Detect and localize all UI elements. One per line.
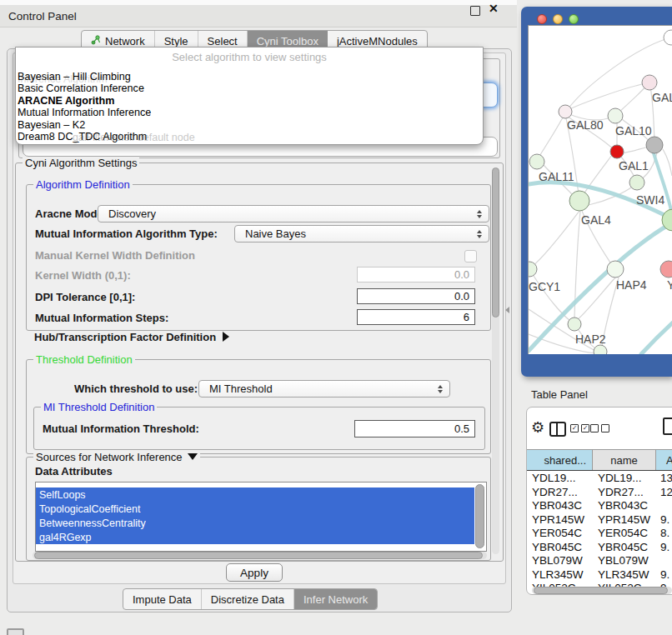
network-node-gray-node[interactable] [646,137,663,153]
float-panel-icon[interactable] [470,6,480,16]
dropdown-item-bayesian-hill-climbing[interactable]: Bayesian – Hill Climbing [18,71,481,82]
stepper-icon [477,210,482,218]
table-row[interactable]: YER054CYER054C8. [527,527,672,541]
network-node-hap4[interactable] [607,261,624,278]
network-node-hap2[interactable] [568,318,581,331]
network-node-gal80[interactable] [559,105,572,118]
table-row[interactable]: YDL19...YDL19...13 [527,472,672,486]
floating-panel-icon[interactable] [7,628,24,635]
network-node-bottom-green[interactable] [594,345,607,354]
list-scrollbar-thumb[interactable] [475,484,484,548]
list-hscrollbar[interactable] [33,552,487,559]
attribute-item-topologicalcoefficient[interactable]: TopologicalCoefficient [36,502,474,516]
column-header-shared[interactable]: shared... [527,450,593,470]
data-attributes-list[interactable]: SelfLoopsTopologicalCoefficientBetweenne… [35,482,487,552]
table-row[interactable]: YLR345WYLR345W9. [527,568,672,582]
tab-label: jActiveMNodules [337,35,418,48]
dropdown-item-mutual-information-inference[interactable]: Mutual Information Inference [18,107,481,118]
network-node-swi4[interactable] [629,175,644,190]
hub-definition-toggle[interactable]: Hub/Transcription Factor Definition [34,331,229,343]
table-cell: YBR045C [532,541,582,555]
close-traffic-light[interactable] [537,14,547,24]
bottom-tab-impute-data[interactable]: Impute Data [123,589,202,609]
which-threshold-select[interactable]: MI Threshold [198,380,450,398]
table-row[interactable]: YBR043CYBR043C [527,499,672,513]
network-node-gal1-red[interactable] [610,145,624,158]
table-cell: YER054C [598,527,648,541]
network-edge[interactable] [531,211,579,268]
network-node-label: HAP2 [575,332,606,346]
network-node-pink-node[interactable] [642,75,657,90]
table-hscrollbar[interactable] [532,587,672,594]
dropdown-item-aracne-algorithm[interactable]: ARACNE Algorithm [18,95,481,107]
network-node-gal11[interactable] [529,154,544,169]
network-node-label: GAL80 [567,118,604,132]
cyni-settings-title: Cyni Algorithm Settings [23,157,139,169]
network-edge[interactable] [663,149,672,176]
attribute-item-betweennesscentrality[interactable]: BetweennessCentrality [36,516,474,530]
list-scrollbar[interactable] [475,484,484,548]
table-cell: YPR145W [532,513,584,528]
dropdown-item-dream8-dc-tdc-algorithm[interactable]: Dream8 DC_TDC Algorithm [18,131,481,142]
export-table-icon[interactable] [663,418,672,435]
attribute-item-selfloops[interactable]: SelfLoops [36,488,474,502]
attribute-item-gal4rgexp[interactable]: gal4RGexp [36,530,474,544]
network-canvas[interactable]: GALGAL80GAL10GAL1GAL11SWI4GAL4GCY1HAP4YH… [528,25,672,354]
table-cell: YER054C [532,527,582,541]
aracne-mode-select[interactable]: Discovery [98,205,489,222]
manual-kernel-checkbox[interactable] [464,250,477,262]
list-hscrollbar-thumb[interactable] [34,552,483,559]
network-node-top-circle[interactable] [664,30,672,45]
splitpane-grip[interactable] [505,307,509,313]
zoom-traffic-light[interactable] [569,14,579,24]
dropdown-placeholder: Select algorithm to view settings [16,51,483,63]
column-visibility-icon[interactable] [549,422,566,437]
bottom-tab-discretize-data[interactable]: Discretize Data [202,589,294,609]
settings-scrollbar[interactable] [492,168,499,554]
table-panel: ⚙ ✓✓ shared... name A YDL19...YDL19...13… [526,407,672,595]
network-edge[interactable] [569,82,649,109]
kernel-width-label: Kernel Width (0,1): [35,267,131,284]
select-all-icon[interactable]: ✓✓ [570,424,589,432]
table-row[interactable]: YBR045CYBR045C9. [527,541,672,555]
table-panel-title: Table Panel [531,388,588,401]
kernel-width-field[interactable]: 0.0 [357,267,475,282]
table-row[interactable]: YDR27...YDR27...12 [527,486,672,500]
table-hscrollbar-thumb[interactable] [534,587,668,594]
mi-steps-field[interactable]: 6 [357,309,475,325]
network-node-label: Y [667,278,672,292]
close-panel-icon[interactable]: ✕ [489,2,499,15]
network-window[interactable]: GALGAL80GAL10GAL1GAL11SWI4GAL4GCY1HAP4YH… [521,7,672,377]
cyni-algorithm-settings-group: Cyni Algorithm Settings Algorithm Defini… [15,162,504,562]
network-node-gal4[interactable] [569,191,589,211]
sources-title[interactable]: Sources for Network Inference [33,451,200,463]
network-node-label: GAL11 [539,170,574,183]
dropdown-item-bayesian-k2[interactable]: Bayesian – K2 [18,119,481,131]
tab-label: Impute Data [133,593,192,606]
which-threshold-label: Which threshold to use: [74,380,198,398]
mi-threshold-field[interactable]: 0.5 [354,420,475,438]
algorithm-definition-title: Algorithm Definition [33,178,133,191]
network-edge[interactable] [539,118,563,158]
settings-scrollbar-thumb[interactable] [492,168,499,318]
mi-type-select[interactable]: Naive Bayes [234,225,489,242]
apply-button[interactable]: Apply [226,563,283,582]
dpi-tolerance-field[interactable]: 0.0 [357,288,475,304]
manual-kernel-label: Manual Kernel Width Definition [35,247,195,264]
bottom-tab-infer-network[interactable]: Infer Network [294,589,377,609]
minimize-traffic-light[interactable] [553,14,563,24]
deselect-all-icon[interactable] [590,424,609,432]
network-edge[interactable] [623,147,648,153]
settings-gear-icon[interactable]: ⚙ [531,420,544,435]
dropdown-item-basic-correlation-inference[interactable]: Basic Correlation Inference [18,82,481,94]
network-edge-thick[interactable] [641,322,672,354]
network-node-salmon-node[interactable] [660,261,672,278]
table-row[interactable]: YPR145WYPR145W9. [527,513,672,528]
algorithm-dropdown: Select algorithm to view settings Infere… [15,47,484,145]
network-icon [91,35,101,48]
network-node-gal10[interactable] [608,108,623,123]
column-header-name[interactable]: name [593,450,656,470]
column-header-partial[interactable]: A [656,450,672,470]
table-cell: YBR043C [532,499,582,513]
table-row[interactable]: YBL079WYBL079W [527,554,672,568]
